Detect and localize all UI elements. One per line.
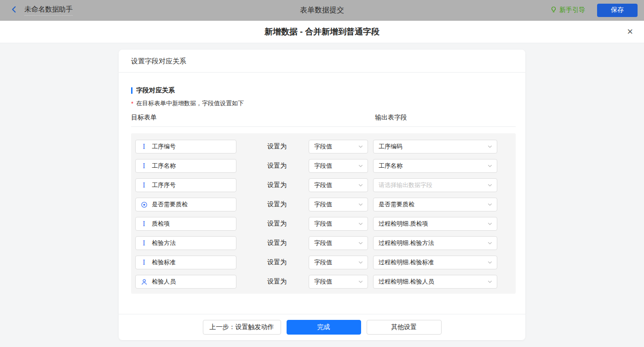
text-field-icon: I	[140, 143, 148, 150]
output-field-select[interactable]: 工序名称	[373, 159, 497, 173]
output-field-value: 过程检明细.质检项	[379, 220, 487, 228]
chevron-down-icon	[487, 163, 493, 169]
text-field-icon: I	[140, 182, 148, 189]
value-mode-value: 字段值	[314, 220, 358, 228]
target-field[interactable]: I 工序编号	[135, 140, 236, 154]
value-mode-select[interactable]: 字段值	[309, 236, 368, 250]
text-field-icon: I	[140, 259, 148, 266]
assistant-name[interactable]: 未命名数据助手	[24, 5, 73, 16]
output-field-select[interactable]: 请选择输出数据字段	[373, 178, 497, 192]
value-mode-value: 字段值	[314, 142, 358, 151]
value-mode-select[interactable]: 字段值	[309, 140, 368, 154]
target-field[interactable]: 是否需要质检	[135, 198, 236, 211]
chevron-down-icon	[358, 221, 363, 227]
chevron-down-icon	[358, 182, 363, 188]
beginner-guide-button[interactable]: 新手引导	[550, 6, 585, 15]
value-mode-value: 字段值	[314, 181, 358, 189]
card-footer: 上一步：设置触发动作 完成 其他设置	[119, 314, 525, 340]
target-field-label: 工序序号	[152, 181, 176, 189]
output-field-select[interactable]: 工序编码	[373, 140, 497, 154]
done-button[interactable]: 完成	[287, 320, 361, 335]
section-description: * 在目标表单中新增数据，字段值设置如下	[131, 99, 516, 108]
chevron-left-icon	[10, 6, 18, 15]
mapping-row: 检验人员 设置为 字段值 过程检明细.检验人员	[135, 275, 516, 289]
mapping-rows-panel: I 工序编号 设置为 字段值 工序编码 I	[131, 133, 516, 294]
chevron-down-icon	[487, 221, 493, 227]
output-field-value: 工序编码	[379, 142, 487, 151]
guide-label: 新手引导	[559, 6, 585, 14]
mapping-row: I 工序序号 设置为 字段值 请选择输出数据字段	[135, 178, 516, 192]
text-field-icon: I	[140, 162, 148, 170]
mapping-row: I 工序名称 设置为 字段值 工序名称	[135, 159, 516, 173]
set-as-label: 设置为	[267, 162, 287, 170]
value-mode-value: 字段值	[314, 278, 358, 286]
topbar-title: 表单数据提交	[300, 6, 344, 15]
close-icon[interactable]: ×	[627, 27, 633, 37]
target-field-label: 检验方法	[152, 239, 176, 247]
save-button[interactable]: 保存	[597, 4, 638, 17]
output-field-select[interactable]: 过程检明细.检验标准	[373, 256, 497, 269]
lightbulb-icon	[550, 6, 557, 15]
value-mode-value: 字段值	[314, 239, 358, 247]
text-field-icon: I	[140, 220, 148, 228]
set-as-label: 设置为	[267, 181, 287, 189]
chevron-down-icon	[487, 144, 493, 149]
value-mode-select[interactable]: 字段值	[309, 178, 368, 192]
output-field-select[interactable]: 过程检明细.检验人员	[373, 275, 497, 289]
value-mode-value: 字段值	[314, 162, 358, 170]
other-settings-button[interactable]: 其他设置	[367, 320, 442, 335]
target-field[interactable]: I 工序序号	[135, 178, 236, 192]
value-mode-select[interactable]: 字段值	[309, 159, 368, 173]
output-field-value: 过程检明细.检验人员	[379, 278, 487, 286]
target-field-label: 检验标准	[152, 258, 176, 267]
user-icon	[140, 279, 148, 285]
section-title: 字段对应关系	[131, 86, 516, 95]
chevron-down-icon	[487, 240, 493, 246]
set-as-label: 设置为	[267, 142, 287, 151]
text-field-icon: I	[140, 239, 148, 247]
description-text: 在目标表单中新增数据，字段值设置如下	[136, 99, 244, 108]
target-field-label: 是否需要质检	[152, 200, 188, 209]
value-mode-select[interactable]: 字段值	[309, 217, 368, 231]
required-asterisk: *	[131, 100, 133, 107]
dialog-title: 新增数据 - 合并新增到普通字段	[264, 26, 380, 37]
chevron-down-icon	[358, 202, 363, 207]
set-as-label: 设置为	[267, 278, 287, 286]
target-field[interactable]: 检验人员	[135, 275, 236, 289]
value-mode-value: 字段值	[314, 258, 358, 267]
column-headers: 目标表单 输出表字段	[131, 114, 516, 127]
chevron-down-icon	[487, 202, 493, 207]
field-mapping-card: 设置字段对应关系 字段对应关系 * 在目标表单中新增数据，字段值设置如下 目标表…	[119, 50, 525, 340]
target-field[interactable]: I 质检项	[135, 217, 236, 231]
set-as-label: 设置为	[267, 220, 287, 228]
output-field-placeholder: 请选择输出数据字段	[379, 181, 487, 189]
back-button[interactable]	[10, 6, 18, 15]
previous-step-button[interactable]: 上一步：设置触发动作	[203, 320, 281, 335]
target-field[interactable]: I 检验标准	[135, 256, 236, 269]
mapping-row: I 质检项 设置为 字段值 过程检明细.质检项	[135, 217, 516, 231]
chevron-down-icon	[358, 240, 363, 246]
output-field-value: 过程检明细.检验方法	[379, 239, 487, 247]
mapping-row: I 检验标准 设置为 字段值 过程检明细.检验标准	[135, 256, 516, 269]
target-field-label: 检验人员	[152, 278, 176, 286]
target-field[interactable]: I 检验方法	[135, 236, 236, 250]
set-as-label: 设置为	[267, 239, 287, 247]
dialog-body: 设置字段对应关系 字段对应关系 * 在目标表单中新增数据，字段值设置如下 目标表…	[0, 43, 644, 347]
target-field-label: 工序名称	[152, 162, 176, 170]
value-mode-select[interactable]: 字段值	[309, 256, 368, 269]
card-header: 设置字段对应关系	[119, 50, 525, 73]
value-mode-value: 字段值	[314, 200, 358, 209]
value-mode-select[interactable]: 字段值	[309, 275, 368, 289]
dialog-titlebar: 新增数据 - 合并新增到普通字段 ×	[0, 21, 644, 43]
mapping-row: 是否需要质检 设置为 字段值 是否需要质检	[135, 198, 516, 211]
output-field-select[interactable]: 是否需要质检	[373, 198, 497, 211]
radio-icon	[140, 201, 148, 208]
target-field[interactable]: I 工序名称	[135, 159, 236, 173]
chevron-down-icon	[487, 260, 493, 265]
output-field-select[interactable]: 过程检明细.检验方法	[373, 236, 497, 250]
value-mode-select[interactable]: 字段值	[309, 198, 368, 211]
output-field-value: 过程检明细.检验标准	[379, 258, 487, 267]
output-field-select[interactable]: 过程检明细.质检项	[373, 217, 497, 231]
set-as-label: 设置为	[267, 258, 287, 267]
set-as-label: 设置为	[267, 200, 287, 209]
